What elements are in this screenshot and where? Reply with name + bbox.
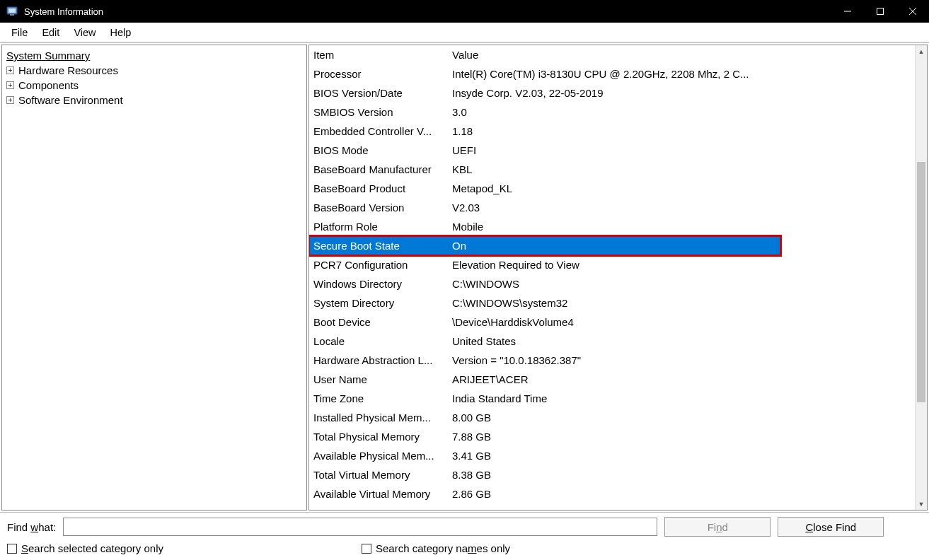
row-value: Metapod_KL <box>451 182 915 194</box>
search-category-names-checkbox[interactable]: Search category names only <box>362 542 510 554</box>
table-row[interactable]: Time ZoneIndia Standard Time <box>309 389 915 408</box>
scroll-track[interactable] <box>916 57 927 498</box>
row-value: ARIJEET\ACER <box>451 373 915 385</box>
row-item: PCR7 Configuration <box>309 259 451 271</box>
table-row[interactable]: SMBIOS Version3.0 <box>309 103 915 122</box>
row-item: Locale <box>309 335 451 347</box>
window-controls <box>831 0 929 23</box>
table-row[interactable]: Platform RoleMobile <box>309 217 915 236</box>
column-item[interactable]: Item <box>309 49 451 61</box>
menu-help[interactable]: Help <box>103 25 139 40</box>
table-row[interactable]: PCR7 ConfigurationElevation Required to … <box>309 255 915 274</box>
table-row[interactable]: Boot Device\Device\HarddiskVolume4 <box>309 313 915 332</box>
table-row[interactable]: Total Physical Memory7.88 GB <box>309 427 915 446</box>
expand-icon[interactable]: + <box>6 66 14 74</box>
row-item: BaseBoard Product <box>309 182 451 194</box>
row-value: KBL <box>451 163 915 175</box>
row-value: Intel(R) Core(TM) i3-8130U CPU @ 2.20GHz… <box>451 68 915 80</box>
row-item: Available Virtual Memory <box>309 488 451 500</box>
row-value: \Device\HarddiskVolume4 <box>451 316 915 328</box>
table-row[interactable]: Total Virtual Memory8.38 GB <box>309 465 915 484</box>
row-item: Processor <box>309 68 451 80</box>
detail-panel: Item Value ProcessorIntel(R) Core(TM) i3… <box>308 45 928 511</box>
row-value: On <box>451 240 780 252</box>
table-row[interactable]: ProcessorIntel(R) Core(TM) i3-8130U CPU … <box>309 64 915 83</box>
vertical-scrollbar[interactable]: ▲ ▼ <box>915 45 927 510</box>
find-what-label: Find what: <box>7 521 56 533</box>
scroll-up-icon[interactable]: ▲ <box>916 45 927 57</box>
row-value: V2.03 <box>451 202 915 214</box>
table-row[interactable]: BaseBoard VersionV2.03 <box>309 198 915 217</box>
find-button[interactable]: Find <box>664 517 771 537</box>
table-row[interactable]: LocaleUnited States <box>309 332 915 351</box>
checkbox-icon[interactable] <box>7 544 17 554</box>
row-item: BIOS Version/Date <box>309 87 451 99</box>
row-item: Installed Physical Mem... <box>309 412 451 424</box>
expand-icon[interactable]: + <box>6 96 14 104</box>
column-value[interactable]: Value <box>451 49 915 61</box>
expand-icon[interactable]: + <box>6 81 14 89</box>
scroll-thumb[interactable] <box>917 162 925 402</box>
search-selected-category-checkbox[interactable]: Search selected category only <box>7 542 163 554</box>
row-value: 1.18 <box>451 125 915 137</box>
table-row[interactable]: Windows DirectoryC:\WINDOWS <box>309 274 915 293</box>
row-item: Windows Directory <box>309 278 451 290</box>
row-value: 3.0 <box>451 106 915 118</box>
maximize-button[interactable] <box>864 0 896 23</box>
table-row[interactable]: Installed Physical Mem...8.00 GB <box>309 408 915 427</box>
menu-view[interactable]: View <box>67 25 103 40</box>
row-value: Mobile <box>451 221 915 233</box>
row-value: India Standard Time <box>451 392 915 404</box>
row-item: Hardware Abstraction L... <box>309 354 451 366</box>
minimize-button[interactable] <box>831 0 864 23</box>
menu-file[interactable]: File <box>4 25 35 40</box>
tree-node-label: Components <box>18 79 79 91</box>
table-row[interactable]: Secure Boot StateOn <box>309 236 780 255</box>
svg-rect-2 <box>10 14 14 16</box>
row-item: BaseBoard Version <box>309 202 451 214</box>
row-item: System Directory <box>309 297 451 309</box>
detail-header[interactable]: Item Value <box>309 45 915 64</box>
main-split: System Summary +Hardware Resources+Compo… <box>0 42 929 512</box>
menubar: File Edit View Help <box>0 23 929 42</box>
close-find-button[interactable]: Close Find <box>778 517 884 537</box>
tree-node[interactable]: +Components <box>6 78 302 93</box>
find-what-input[interactable] <box>63 518 657 536</box>
tree-node[interactable]: +Software Environment <box>6 93 302 107</box>
app-icon <box>6 5 18 18</box>
table-row[interactable]: BaseBoard ManufacturerKBL <box>309 160 915 179</box>
table-row[interactable]: BIOS ModeUEFI <box>309 141 915 160</box>
table-row[interactable]: Available Virtual Memory2.86 GB <box>309 484 915 503</box>
row-item: Total Physical Memory <box>309 431 451 443</box>
detail-table[interactable]: Item Value ProcessorIntel(R) Core(TM) i3… <box>309 45 915 510</box>
table-row[interactable]: BIOS Version/DateInsyde Corp. V2.03, 22-… <box>309 83 915 103</box>
window-title: System Information <box>24 6 831 17</box>
menu-edit[interactable]: Edit <box>35 25 67 40</box>
table-row[interactable]: BaseBoard ProductMetapod_KL <box>309 179 915 198</box>
row-value: 8.00 GB <box>451 412 915 424</box>
tree-root[interactable]: System Summary <box>6 48 302 63</box>
checkbox-icon[interactable] <box>362 544 371 554</box>
tree-panel[interactable]: System Summary +Hardware Resources+Compo… <box>1 45 307 511</box>
row-item: Embedded Controller V... <box>309 125 451 137</box>
row-item: Boot Device <box>309 316 451 328</box>
row-value: Version = "10.0.18362.387" <box>451 354 915 366</box>
table-row[interactable]: System DirectoryC:\WINDOWS\system32 <box>309 293 915 313</box>
titlebar: System Information <box>0 0 929 23</box>
row-value: Elevation Required to View <box>451 259 915 271</box>
row-item: Platform Role <box>309 221 451 233</box>
row-item: SMBIOS Version <box>309 106 451 118</box>
table-row[interactable]: Hardware Abstraction L...Version = "10.0… <box>309 351 915 370</box>
tree-node[interactable]: +Hardware Resources <box>6 63 302 78</box>
scroll-down-icon[interactable]: ▼ <box>916 498 927 510</box>
row-item: User Name <box>309 373 451 385</box>
row-value: Insyde Corp. V2.03, 22-05-2019 <box>451 87 915 99</box>
table-row[interactable]: Available Physical Mem...3.41 GB <box>309 446 915 465</box>
tree-node-label: Software Environment <box>18 94 123 106</box>
table-row[interactable]: Embedded Controller V...1.18 <box>309 122 915 141</box>
row-item: BIOS Mode <box>309 144 451 156</box>
row-item: Secure Boot State <box>309 240 451 252</box>
close-button[interactable] <box>896 0 929 23</box>
row-value: 8.38 GB <box>451 469 915 481</box>
table-row[interactable]: User NameARIJEET\ACER <box>309 370 915 389</box>
